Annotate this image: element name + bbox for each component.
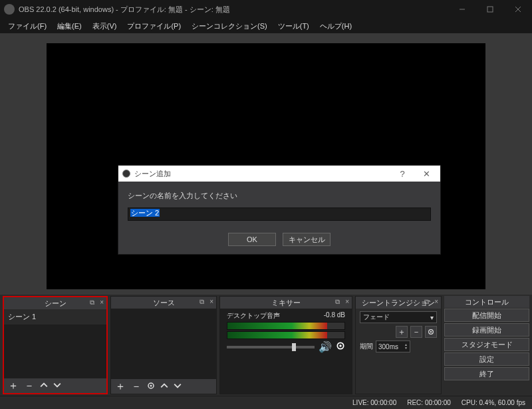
move-up-button[interactable] (160, 380, 168, 392)
volume-slider[interactable] (227, 346, 315, 348)
dock-sources-header: ソース ⧉ × (111, 297, 216, 309)
close-icon[interactable]: × (434, 298, 438, 305)
dock-sources-title: ソース (153, 298, 175, 308)
popout-icon[interactable]: ⧉ (335, 298, 340, 306)
popout-icon[interactable]: ⧉ (424, 298, 429, 306)
close-icon[interactable]: × (100, 299, 104, 306)
app-icon (4, 4, 15, 15)
dock-scenes-title: シーン (45, 299, 66, 309)
dock-controls: コントロール 配信開始 録画開始 スタジオモード 設定 終了 (444, 296, 529, 394)
move-up-button[interactable] (40, 380, 48, 392)
remove-source-button[interactable]: － (131, 380, 142, 394)
close-button[interactable] (504, 0, 532, 19)
start-stream-button[interactable]: 配信開始 (444, 309, 529, 322)
dialog-app-icon (122, 170, 130, 178)
studio-mode-button[interactable]: スタジオモード (444, 338, 529, 351)
dialog-close-button[interactable]: ✕ (416, 169, 436, 179)
move-down-button[interactable] (53, 380, 61, 392)
window-titlebar: OBS 22.0.2 (64-bit, windows) - プロファイル: 無… (0, 0, 532, 19)
dock-transition-header: シーントランジション ⧉ × (356, 297, 441, 309)
dialog-title: シーン追加 (134, 169, 171, 179)
add-scene-dialog: シーン追加 ? ✕ シーンの名前を入力してください シーン 2 OK キャンセル (118, 165, 441, 255)
channel-level: -0.8 dB (324, 311, 345, 321)
menu-edit[interactable]: 編集(E) (52, 20, 87, 33)
source-settings-button[interactable] (147, 380, 155, 392)
duration-label: 期間 (360, 342, 373, 351)
dock-controls-header: コントロール (444, 296, 529, 308)
level-meter (227, 331, 345, 339)
channel-settings-button[interactable] (336, 341, 345, 353)
menubar: ファイル(F) 編集(E) 表示(V) プロファイル(P) シーンコレクション(… (0, 19, 532, 33)
popout-icon[interactable]: ⧉ (90, 299, 94, 307)
menu-file[interactable]: ファイル(F) (3, 20, 52, 33)
menu-help[interactable]: ヘルプ(H) (315, 20, 357, 33)
close-icon[interactable]: × (345, 298, 349, 305)
menu-scenecollection[interactable]: シーンコレクション(S) (186, 20, 273, 33)
duration-input[interactable]: 300ms ▲▼ (376, 341, 410, 352)
svg-point-5 (150, 385, 152, 387)
preview-area (0, 33, 532, 295)
sources-list[interactable] (111, 309, 216, 379)
scenes-list[interactable]: シーン 1 (4, 309, 106, 378)
speaker-icon[interactable]: 🔊 (319, 341, 332, 353)
dock-mixer-header: ミキサー ⧉ × (220, 297, 352, 309)
level-meter (227, 322, 345, 330)
dock-mixer-title: ミキサー (271, 298, 301, 308)
status-rec: REC: 00:00:00 (407, 399, 451, 406)
menu-view[interactable]: 表示(V) (87, 20, 122, 33)
remove-scene-button[interactable]: － (24, 379, 35, 393)
remove-transition-button[interactable]: － (410, 326, 422, 338)
channel-name: デスクトップ音声 (227, 311, 280, 321)
cancel-button[interactable]: キャンセル (283, 233, 331, 246)
transition-mode: フェード (363, 313, 390, 322)
scene-item[interactable]: シーン 1 (4, 309, 106, 325)
transition-settings-button[interactable] (425, 326, 437, 338)
popout-icon[interactable]: ⧉ (200, 298, 204, 306)
svg-point-9 (430, 331, 432, 333)
minimize-button[interactable] (448, 0, 476, 19)
svg-rect-1 (487, 7, 493, 12)
menu-tools[interactable]: ツール(T) (273, 20, 315, 33)
add-transition-button[interactable]: ＋ (396, 326, 408, 338)
move-down-button[interactable] (174, 380, 182, 392)
chevron-down-icon: ▾ (430, 314, 434, 321)
add-scene-button[interactable]: ＋ (8, 379, 19, 393)
svg-point-7 (339, 344, 342, 347)
scene-name-input[interactable]: シーン 2 (128, 207, 431, 221)
dock-sources: ソース ⧉ × ＋ － (110, 296, 217, 394)
transition-select[interactable]: フェード ▾ (360, 311, 437, 323)
scene-name-value: シーン 2 (130, 209, 160, 217)
dock-controls-title: コントロール (465, 297, 509, 307)
menu-profile[interactable]: プロファイル(P) (122, 20, 186, 33)
dock-scenes: シーン ⧉ × シーン 1 ＋ － (3, 296, 108, 394)
status-cpu: CPU: 0.4%, 60.00 fps (462, 399, 525, 406)
exit-button[interactable]: 終了 (444, 367, 529, 380)
dock-scenes-header: シーン ⧉ × (4, 297, 106, 309)
settings-button[interactable]: 設定 (444, 352, 529, 366)
dock-mixer: ミキサー ⧉ × デスクトップ音声 -0.8 dB 🔊 (219, 296, 352, 394)
dialog-prompt: シーンの名前を入力してください (128, 191, 431, 201)
add-source-button[interactable]: ＋ (115, 380, 126, 394)
close-icon[interactable]: × (209, 298, 213, 305)
maximize-button[interactable] (476, 0, 504, 19)
mixer-channel: デスクトップ音声 -0.8 dB 🔊 (220, 309, 352, 356)
status-live: LIVE: 00:00:00 (352, 399, 396, 406)
ok-button[interactable]: OK (228, 233, 276, 246)
dock-transition: シーントランジション ⧉ × フェード ▾ ＋ － 期間 300ms ▲▼ (355, 296, 442, 394)
start-record-button[interactable]: 録画開始 (444, 323, 529, 337)
statusbar: LIVE: 00:00:00 REC: 00:00:00 CPU: 0.4%, … (0, 396, 532, 409)
dialog-help-button[interactable]: ? (392, 169, 412, 179)
window-title: OBS 22.0.2 (64-bit, windows) - プロファイル: 無… (19, 5, 448, 15)
duration-value: 300ms (378, 343, 398, 350)
